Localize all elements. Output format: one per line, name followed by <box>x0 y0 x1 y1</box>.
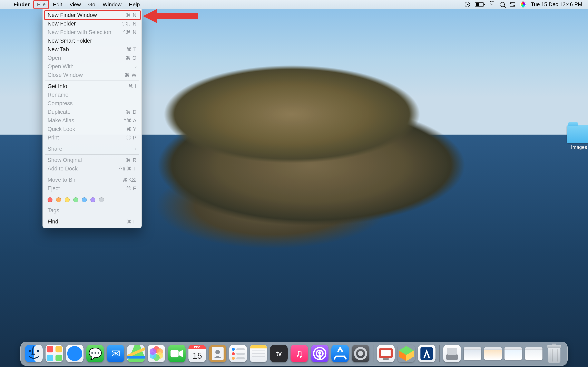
menu-item-label: New Tab <box>48 46 69 53</box>
tag-blue[interactable] <box>82 197 87 202</box>
screen-recording-icon[interactable] <box>465 0 470 9</box>
tag-red[interactable] <box>48 197 52 202</box>
menu-item-new-folder[interactable]: New Folder⇧⌘ N <box>43 19 141 28</box>
dock-app-messages[interactable]: 💬 <box>86 344 105 363</box>
menu-window[interactable]: Window <box>99 0 125 8</box>
tv-icon: tv <box>270 345 288 362</box>
menu-item-new-tab[interactable]: New Tab⌘ T <box>43 45 141 54</box>
svg-rect-31 <box>236 353 245 355</box>
svg-rect-48 <box>446 354 458 360</box>
dock-app-reminders[interactable] <box>228 344 248 363</box>
svg-rect-6 <box>56 346 62 352</box>
tag-gray[interactable] <box>99 197 104 202</box>
dock-app-finder[interactable] <box>24 344 43 363</box>
appstore-icon <box>331 345 349 362</box>
facetime-icon <box>168 345 186 362</box>
menu-item-shortcut: ⌘ ⌫ <box>122 177 137 183</box>
svg-rect-8 <box>56 355 62 361</box>
dock-app-settings[interactable] <box>351 344 370 363</box>
menu-file[interactable]: File <box>33 0 49 8</box>
svg-rect-37 <box>319 354 321 359</box>
menu-item-label: Move to Bin <box>48 177 77 183</box>
dock-minimized-window-1[interactable] <box>463 344 482 363</box>
menu-item-add-to-dock: Add to Dock^⇧⌘ T <box>43 164 141 173</box>
mail-icon: ✉︎ <box>107 345 124 362</box>
menu-item-print: Print⌘ P <box>43 133 141 142</box>
tag-purple[interactable] <box>90 197 95 202</box>
menu-item-shortcut: ⌘ D <box>126 109 137 115</box>
menu-go[interactable]: Go <box>85 0 99 8</box>
dock-app-notes[interactable] <box>249 344 268 363</box>
tags-color-row <box>43 195 141 203</box>
folder-icon <box>567 125 588 143</box>
menu-item-show-original: Show Original⌘ R <box>43 156 141 164</box>
dock-app-photos[interactable] <box>147 344 166 363</box>
dock-app-virtualbox[interactable] <box>417 344 436 363</box>
menu-view[interactable]: View <box>66 0 85 8</box>
menu-item-label: Show Original <box>48 157 82 163</box>
dock-downloads-stack[interactable] <box>442 344 462 363</box>
dock: 💬✉︎DEC15tv♫ <box>20 342 568 366</box>
menu-item-new-finder-window[interactable]: New Finder Window⌘ N <box>43 11 141 19</box>
tag-orange[interactable] <box>56 197 61 202</box>
dock-minimized-window-3[interactable] <box>504 344 523 363</box>
settings-icon <box>352 345 369 362</box>
control-center-icon[interactable] <box>510 0 515 9</box>
menu-item-shortcut: ^⌘ A <box>124 118 137 124</box>
finder-icon <box>25 345 43 362</box>
desktop-folder-images[interactable]: Images <box>565 125 588 150</box>
dock-minimized-window-2[interactable] <box>483 344 502 363</box>
dock-app-anydesk[interactable] <box>376 344 396 363</box>
dock-app-music[interactable]: ♫ <box>290 344 309 363</box>
dock-app-swift-playgrounds[interactable] <box>397 344 416 363</box>
menu-item-quick-look: Quick Look⌘ Y <box>43 125 141 133</box>
dock-app-safari[interactable] <box>65 344 84 363</box>
menu-item-label: Open With <box>48 63 74 70</box>
wifi-icon[interactable] <box>489 0 495 9</box>
svg-rect-46 <box>420 347 433 360</box>
dock-app-facetime[interactable] <box>167 344 186 363</box>
tag-yellow[interactable] <box>65 197 70 202</box>
menu-item-shortcut: ⇧⌘ N <box>121 21 137 27</box>
menu-item-shortcut: ⌘ F <box>126 219 137 225</box>
menu-item-label: New Smart Folder <box>48 38 92 44</box>
menu-item-shortcut: ⌘ W <box>125 72 137 78</box>
menu-item-label: Compress <box>48 100 73 107</box>
menu-help[interactable]: Help <box>125 0 143 8</box>
svg-point-28 <box>232 348 235 351</box>
menu-item-shortcut: ^⇧⌘ T <box>120 166 137 172</box>
tag-green[interactable] <box>73 197 78 202</box>
dock-app-maps[interactable] <box>126 344 146 363</box>
dock-separator <box>439 345 440 362</box>
menu-item-get-info[interactable]: Get Info⌘ I <box>43 82 141 91</box>
dock-app-mail[interactable]: ✉︎ <box>106 344 125 363</box>
swift-playgrounds-icon <box>398 345 415 362</box>
messages-icon: 💬 <box>86 345 104 362</box>
dock-app-calendar[interactable]: DEC15 <box>188 344 207 363</box>
dock-trash[interactable] <box>545 344 564 363</box>
spotlight-icon[interactable] <box>500 0 505 9</box>
svg-rect-2 <box>34 345 43 362</box>
siri-icon[interactable] <box>520 0 526 9</box>
menu-edit[interactable]: Edit <box>49 0 66 8</box>
downloads-icon <box>443 345 461 362</box>
menu-item-find[interactable]: Find⌘ F <box>43 217 141 226</box>
menu-app-name[interactable]: Finder <box>10 0 33 9</box>
dock-app-contacts[interactable] <box>208 344 227 363</box>
menu-item-eject: Eject⌘ E <box>43 184 141 193</box>
safari-icon <box>66 345 84 362</box>
menu-item-label: New Folder <box>48 21 76 27</box>
battery-icon[interactable] <box>475 0 484 9</box>
menu-bar-clock[interactable]: Tue 15 Dec 12:46 PM <box>531 1 582 8</box>
menu-item-new-smart-folder[interactable]: New Smart Folder <box>43 36 141 45</box>
dock-app-tv[interactable]: tv <box>269 344 288 363</box>
dock-app-appstore[interactable] <box>330 344 350 363</box>
dock-minimized-window-4[interactable] <box>524 344 543 363</box>
dock-app-launchpad[interactable] <box>45 344 64 363</box>
menu-item-shortcut: ⌘ T <box>126 47 137 52</box>
menu-item-label: Make Alias <box>48 117 74 124</box>
dock-app-podcasts[interactable] <box>310 344 329 363</box>
menu-item-label: Print <box>48 134 59 141</box>
calendar-icon: DEC15 <box>189 345 206 362</box>
minimized-window-icon <box>525 347 543 360</box>
